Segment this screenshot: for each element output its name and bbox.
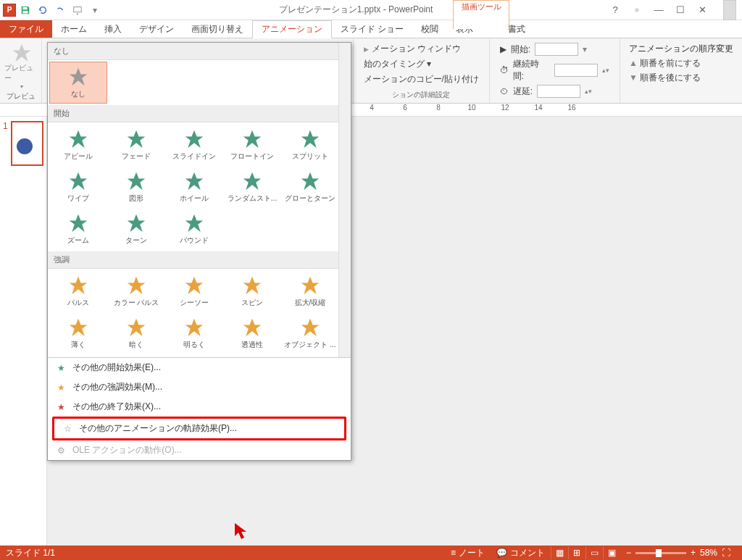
tab-slideshow[interactable]: スライド ショー <box>332 20 412 38</box>
redo-button[interactable] <box>52 2 68 18</box>
slideshow-view-button[interactable]: ▣ <box>603 546 620 559</box>
anim-item[interactable]: ターン <box>107 208 165 250</box>
svg-marker-15 <box>186 214 204 233</box>
svg-marker-8 <box>70 172 88 191</box>
zoom-in-button[interactable]: + <box>691 548 696 558</box>
help-button[interactable]: ? <box>609 4 622 15</box>
customize-qat-button[interactable]: ▾ <box>87 2 103 18</box>
svg-rect-0 <box>74 7 82 12</box>
anim-item[interactable]: ホイール <box>165 166 223 208</box>
svg-marker-11 <box>243 172 262 191</box>
svg-marker-16 <box>70 277 88 295</box>
anim-item[interactable]: ワイプ <box>49 166 107 208</box>
save-button[interactable] <box>17 2 33 18</box>
tab-format[interactable]: 書式 <box>499 20 534 38</box>
anim-item[interactable]: ズーム <box>49 208 107 250</box>
notes-button[interactable]: ≡ ノート <box>445 547 491 559</box>
move-later-button[interactable]: ▼ 順番を後にする <box>629 72 733 84</box>
move-earlier-button[interactable]: ▲ 順番を前にする <box>629 57 733 70</box>
ribbon-options-button[interactable]: ▫ <box>630 4 643 15</box>
comments-button[interactable]: 💬 コメント <box>491 547 551 559</box>
anim-item[interactable]: フェード <box>107 124 165 166</box>
start-slideshow-button[interactable] <box>70 2 86 18</box>
svg-marker-24 <box>243 319 262 337</box>
svg-marker-9 <box>128 172 146 191</box>
gallery-more-menu: ★その他の開始効果(E)... ★その他の強調効果(M)... ★その他の終了効… <box>48 357 351 460</box>
anim-item[interactable]: 拡大/収縮 <box>281 270 339 312</box>
anim-item[interactable]: フォントの色 <box>281 354 339 357</box>
fit-to-window-button[interactable]: ⛶ <box>722 548 730 558</box>
shape-oval-icon <box>17 138 33 154</box>
tab-insert[interactable]: 挿入 <box>96 20 130 38</box>
anim-item[interactable]: ブラシの色 <box>223 354 281 357</box>
maximize-button[interactable]: ☐ <box>674 4 687 15</box>
sorter-view-button[interactable]: ⊞ <box>568 546 585 559</box>
duration-field[interactable] <box>554 64 598 77</box>
start-field[interactable] <box>535 43 578 56</box>
trigger-button[interactable]: 始のタイミング ▾ <box>364 58 479 70</box>
svg-marker-7 <box>301 130 320 149</box>
svg-marker-14 <box>128 214 146 233</box>
more-entrance-effects[interactable]: ★その他の開始効果(E)... <box>48 358 351 377</box>
svg-marker-4 <box>128 130 146 149</box>
anim-item[interactable]: 塗りつぶしの色 <box>165 354 223 357</box>
tab-review[interactable]: 校閲 <box>412 20 447 38</box>
anim-item[interactable]: バウンド <box>165 208 223 250</box>
more-exit-effects[interactable]: ★その他の終了効果(X)... <box>48 397 351 417</box>
svg-marker-10 <box>186 172 204 191</box>
gallery-scrollbar[interactable] <box>338 43 351 357</box>
delay-field[interactable] <box>537 85 580 98</box>
minimize-button[interactable]: — <box>652 4 665 15</box>
ole-action-verbs: ⚙OLE アクションの動作(O)... <box>48 440 351 460</box>
anim-item[interactable]: カラー パルス <box>107 270 165 312</box>
more-emphasis-effects[interactable]: ★その他の強調効果(M)... <box>48 377 351 397</box>
anim-item[interactable]: 線の色 <box>107 354 165 357</box>
anim-item[interactable]: スプリット <box>281 124 339 166</box>
reading-view-button[interactable]: ▭ <box>585 546 603 559</box>
tab-animations[interactable]: アニメーション <box>252 20 332 38</box>
preview-button[interactable]: プレビュー ▾ <box>4 40 39 90</box>
animation-pane-button[interactable]: ▶メーション ウィンドウ <box>364 43 479 55</box>
more-motion-path-effects[interactable]: ☆その他のアニメーションの軌跡効果(P)... <box>54 419 344 438</box>
normal-view-button[interactable]: ▦ <box>551 546 568 559</box>
anim-item[interactable]: グローとターン <box>281 166 339 208</box>
app-icon: P <box>3 4 16 17</box>
anim-item[interactable]: スライドイン <box>165 124 223 166</box>
svg-marker-17 <box>128 277 146 295</box>
zoom-out-button[interactable]: − <box>626 548 631 558</box>
tab-design[interactable]: デザイン <box>130 20 183 38</box>
slide-thumbnail-1[interactable] <box>11 121 43 166</box>
anim-item[interactable]: 薄く <box>49 312 107 354</box>
animation-painter-button[interactable]: メーションのコピー/貼り付け <box>364 73 479 85</box>
svg-marker-19 <box>243 277 262 295</box>
close-button[interactable]: ✕ <box>696 4 709 15</box>
tab-file[interactable]: ファイル <box>0 20 52 38</box>
anim-item[interactable]: ランダムスト... <box>223 166 281 208</box>
svg-marker-18 <box>186 277 204 295</box>
anim-item[interactable]: シーソー <box>165 270 223 312</box>
slide-counter: スライド 1/1 <box>6 547 55 559</box>
anim-item[interactable]: 明るく <box>165 312 223 354</box>
undo-button[interactable] <box>35 2 51 18</box>
anim-item[interactable]: 図形 <box>107 166 165 208</box>
tab-home[interactable]: ホーム <box>52 20 96 38</box>
anim-item[interactable]: パルス <box>49 270 107 312</box>
svg-marker-5 <box>186 130 204 149</box>
animation-gallery-dropdown: なし なし 開始 アピールフェードスライドインフロートインスプリットワイプ図形ホ… <box>47 42 351 461</box>
anim-item[interactable]: フロートイン <box>223 124 281 166</box>
anim-item[interactable]: 透過性 <box>223 312 281 354</box>
anim-item[interactable]: 補色 <box>49 354 107 357</box>
zoom-control[interactable]: − + 58% ⛶ <box>620 548 736 558</box>
anim-none[interactable]: なし <box>49 62 107 104</box>
window-title: プレゼンテーション1.pptx - PowerPoint <box>103 4 609 16</box>
status-bar: スライド 1/1 ≡ ノート 💬 コメント ▦ ⊞ ▭ ▣ − + 58% ⛶ <box>0 546 742 560</box>
user-avatar[interactable] <box>723 0 736 20</box>
window-controls: ? ▫ — ☐ ✕ <box>609 0 742 20</box>
anim-item[interactable]: アピール <box>49 124 107 166</box>
anim-item[interactable]: スピン <box>223 270 281 312</box>
tab-transitions[interactable]: 画面切り替え <box>183 20 252 38</box>
anim-item[interactable]: 暗く <box>107 312 165 354</box>
group-preview: プレビュー ▾ プレビュー <box>0 38 42 103</box>
anim-item[interactable]: オブジェクト ... <box>281 312 339 354</box>
ribbon-tabs: ファイル ホーム 挿入 デザイン 画面切り替え アニメーション スライド ショー… <box>0 20 742 38</box>
